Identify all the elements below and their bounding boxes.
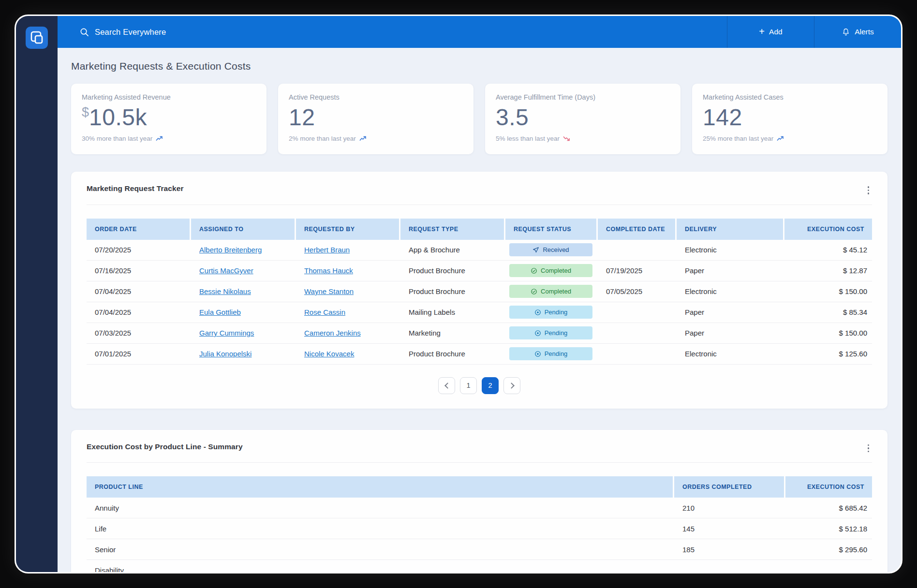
request-type-cell: Product Brochure [400, 261, 504, 281]
assigned-to-link[interactable]: Curtis MacGyver [199, 266, 253, 275]
completed-date-cell: 07/19/2025 [598, 261, 675, 281]
column-header-execution-cost[interactable]: EXECUTION COST [784, 219, 872, 240]
orders-completed-cell: 185 [674, 539, 784, 559]
circle-dot-icon [534, 309, 541, 316]
page-title: Marketing Requests & Execution Costs [71, 60, 887, 72]
orders-completed-cell [674, 560, 784, 572]
column-header-assigned-to[interactable]: ASSIGNED TO [191, 219, 295, 240]
card-header: Marketing Request Tracker [87, 184, 872, 196]
delivery-cell: Electronic [677, 344, 783, 364]
pagination-page-2-button[interactable]: 2 [482, 377, 499, 394]
column-header-requested-by[interactable]: REQUESTED BY [296, 219, 399, 240]
execution-cost-cell: $ 150.00 [784, 323, 872, 343]
pagination-page-1-button[interactable]: 1 [460, 377, 477, 394]
assigned-to-link[interactable]: Bessie Nikolaus [199, 287, 251, 295]
assigned-to-link[interactable]: Julia Konopelski [199, 350, 251, 358]
execution-cost-cell [785, 560, 872, 572]
kpi-trend: 25% more than last year [703, 135, 877, 142]
bell-icon [842, 28, 850, 37]
requested-by-link[interactable]: Nicole Kovacek [304, 350, 354, 358]
circle-dot-icon [534, 330, 541, 337]
requested-by-link[interactable]: Rose Cassin [304, 308, 345, 316]
orders-completed-cell: 210 [674, 498, 784, 518]
order-date-cell: 07/20/2025 [87, 240, 190, 260]
requested-by-link[interactable]: Cameron Jenkins [304, 329, 361, 337]
pagination-next-button[interactable] [503, 377, 520, 394]
add-button-label: Add [769, 28, 783, 36]
divider [87, 205, 872, 205]
column-header-orders-completed[interactable]: ORDERS COMPLETED [674, 476, 784, 498]
request-type-cell: Mailing Labels [400, 302, 504, 323]
main-area: Search Everywhere + Add Alerts Marketing… [58, 16, 901, 572]
currency-prefix: $ [82, 105, 89, 119]
table-row: 07/03/2025 Garry Cummings Cameron Jenkin… [87, 323, 872, 344]
product-line-cell: Disability [87, 560, 673, 572]
card-title: Marketing Request Tracker [87, 184, 184, 193]
table-row: Senior 185 $ 295.60 [87, 539, 872, 560]
kpi-trend: 30% more than last year [82, 135, 256, 142]
product-line-cell: Life [87, 518, 673, 539]
tracker-table-header: ORDER DATE ASSIGNED TO REQUESTED BY REQU… [87, 219, 872, 240]
kpi-trend-text: 30% more than last year [82, 135, 152, 142]
table-row: Life 145 $ 512.18 [87, 518, 872, 539]
kpi-trend-text: 25% more than last year [703, 135, 773, 142]
app-window: Search Everywhere + Add Alerts Marketing… [15, 15, 902, 573]
status-badge-completed: Completed [509, 264, 592, 277]
kpi-number: 10.5k [89, 104, 147, 130]
column-header-request-type[interactable]: REQUEST TYPE [400, 219, 504, 240]
order-date-cell: 07/01/2025 [87, 344, 190, 364]
card-title: Execution Cost by Product Line - Summary [87, 442, 243, 451]
status-badge-pending: Pending [509, 347, 592, 360]
status-badge-completed: Completed [509, 285, 592, 298]
product-line-cell: Senior [87, 539, 673, 559]
sidebar [16, 16, 58, 572]
column-header-completed-date[interactable]: COMPLETED DATE [598, 219, 675, 240]
column-header-order-date[interactable]: ORDER DATE [87, 219, 190, 240]
column-header-execution-cost[interactable]: EXECUTION COST [785, 476, 872, 498]
product-line-cell: Annuity [87, 498, 673, 518]
app-logo-icon[interactable] [26, 27, 48, 49]
execution-cost-cell: $ 12.87 [784, 261, 872, 281]
assigned-to-link[interactable]: Garry Cummings [199, 329, 254, 337]
assigned-to-link[interactable]: Alberto Breitenberg [199, 246, 262, 254]
search-icon [80, 28, 89, 37]
add-button[interactable]: + Add [727, 16, 814, 48]
column-header-request-status[interactable]: REQUEST STATUS [505, 219, 596, 240]
alerts-button[interactable]: Alerts [814, 16, 901, 48]
kpi-number: 3.5 [496, 104, 529, 130]
plus-icon: + [759, 27, 765, 36]
requested-by-link[interactable]: Herbert Braun [304, 246, 350, 254]
kpi-trend: 5% less than last year [496, 135, 670, 142]
alerts-button-label: Alerts [855, 28, 874, 36]
card-menu-kebab-icon[interactable] [865, 442, 873, 455]
table-row: 07/16/2025 Curtis MacGyver Thomas Hauck … [87, 261, 872, 281]
delivery-cell: Paper [677, 323, 783, 343]
table-row: 07/04/2025 Bessie Nikolaus Wayne Stanton… [87, 281, 872, 302]
chevron-left-icon [444, 382, 451, 389]
kpi-value: 142 [703, 104, 877, 131]
trend-up-icon [156, 136, 163, 141]
requested-by-link[interactable]: Wayne Stanton [304, 287, 354, 295]
delivery-cell: Electronic [677, 281, 783, 302]
execution-cost-cell: $ 125.60 [784, 344, 872, 364]
column-header-delivery[interactable]: DELIVERY [677, 219, 783, 240]
request-type-cell: Marketing [400, 323, 504, 343]
card-header: Execution Cost by Product Line - Summary [87, 442, 872, 455]
column-header-product-line[interactable]: PRODUCT LINE [87, 476, 673, 498]
execution-cost-cell: $ 295.60 [785, 539, 872, 559]
assigned-to-link[interactable]: Eula Gottlieb [199, 308, 241, 316]
kpi-card-marketing-assisted-revenue: Marketing Assisted Revenue $10.5k 30% mo… [71, 84, 266, 154]
delivery-cell: Paper [677, 302, 783, 323]
orders-completed-cell: 145 [674, 518, 784, 539]
status-badge-pending: Pending [509, 326, 592, 339]
card-menu-kebab-icon[interactable] [865, 184, 873, 196]
check-circle-icon [531, 288, 537, 295]
kpi-value: 3.5 [496, 104, 670, 131]
chevron-right-icon [508, 382, 515, 389]
kpi-value: $10.5k [82, 104, 256, 131]
search-input[interactable]: Search Everywhere [58, 16, 727, 48]
kpi-card-marketing-assisted-cases: Marketing Assisted Cases 142 25% more th… [692, 84, 887, 154]
pagination-prev-button[interactable] [438, 377, 455, 394]
requested-by-link[interactable]: Thomas Hauck [304, 266, 353, 275]
trend-up-icon [359, 136, 367, 141]
